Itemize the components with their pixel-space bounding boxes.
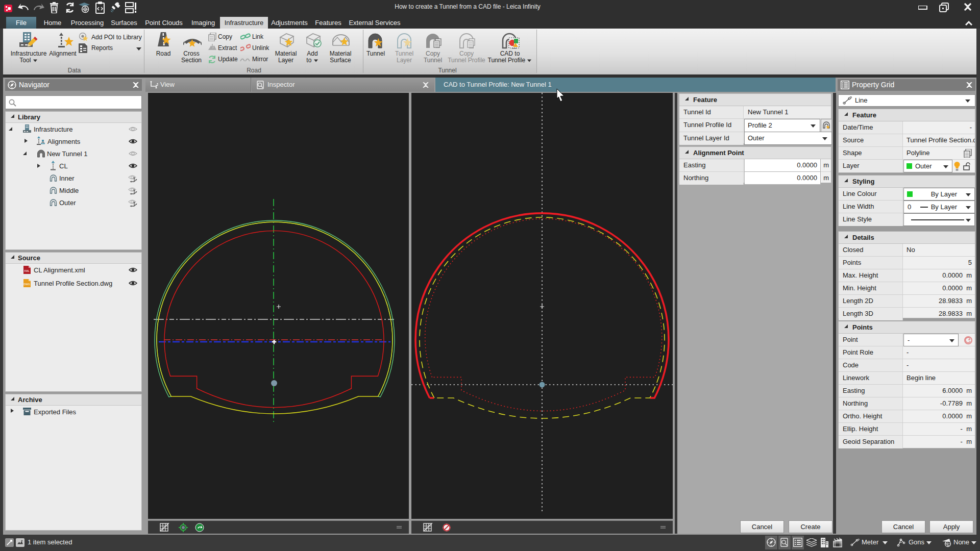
svg-text:XML: XML (24, 269, 30, 272)
svg-text:DWG: DWG (24, 283, 30, 286)
